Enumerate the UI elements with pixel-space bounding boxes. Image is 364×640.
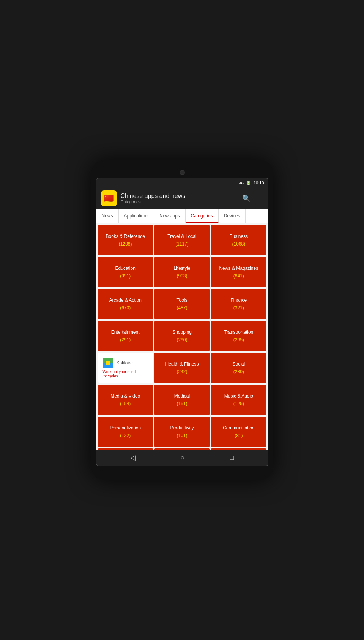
clock: 10:10 <box>254 181 264 185</box>
category-count: (265) <box>233 337 244 342</box>
category-item[interactable]: Personalization (122) <box>98 417 153 447</box>
category-count: (670) <box>120 305 131 310</box>
category-item[interactable]: Education (991) <box>98 257 153 287</box>
category-name: Business <box>229 234 248 240</box>
app-title: Chinese apps and news <box>121 193 238 200</box>
solitaire-app-icon <box>103 358 113 368</box>
solitaire-title: Solitaire <box>117 360 133 366</box>
category-item[interactable]: Tools (487) <box>154 289 210 319</box>
device: 3G 🔋 10:10 🇨🇳 Chinese apps and news Cate… <box>91 160 273 480</box>
category-count: (154) <box>120 401 131 406</box>
header-icons: 🔍 ⋮ <box>242 194 263 203</box>
signal-indicator: 3G <box>239 181 244 185</box>
category-count: (991) <box>120 273 131 279</box>
category-name: Arcade & Action <box>109 298 141 304</box>
category-name: Lifestyle <box>173 266 190 272</box>
category-name: Tools <box>176 298 187 304</box>
category-name: Shopping <box>172 330 192 336</box>
category-count: (151) <box>176 401 187 406</box>
navigation-bar: ◁ ○ □ <box>96 450 268 466</box>
category-count: (1117) <box>175 241 189 247</box>
category-item[interactable]: Transportation (265) <box>211 321 266 351</box>
content-area: Books & Reference (1208) Travel & Local … <box>96 223 268 450</box>
category-item[interactable]: Communication (81) <box>211 417 266 447</box>
category-name: News & Magazines <box>219 266 258 272</box>
home-button[interactable]: ○ <box>181 454 185 462</box>
category-item[interactable]: Media & Video (154) <box>98 385 153 415</box>
back-button[interactable]: ◁ <box>130 453 136 462</box>
category-name: Health & Fitness <box>165 361 199 368</box>
category-name: Entertainment <box>111 330 140 336</box>
category-count: (841) <box>233 273 244 279</box>
category-count: (903) <box>176 273 187 279</box>
solitaire-cell[interactable]: Solitaire Work out your mind everyday <box>98 353 153 383</box>
category-name: Finance <box>230 298 247 304</box>
category-count: (1208) <box>119 241 132 247</box>
category-count: (1068) <box>232 241 245 247</box>
category-count: (122) <box>120 433 131 438</box>
category-count: (101) <box>176 433 187 438</box>
category-item[interactable]: Travel & Local (1117) <box>154 225 210 255</box>
category-item[interactable]: Social (230) <box>211 353 266 383</box>
category-item[interactable]: Business (1068) <box>211 225 266 255</box>
category-item[interactable]: Entertainment (291) <box>98 321 153 351</box>
search-icon[interactable]: 🔍 <box>242 194 251 203</box>
solitaire-desc: Work out your mind everyday <box>103 370 148 378</box>
category-item[interactable]: Music & Audio (125) <box>211 385 266 415</box>
recent-button[interactable]: □ <box>230 454 234 462</box>
camera-icon <box>180 170 185 175</box>
category-item[interactable]: Medical (151) <box>154 385 210 415</box>
category-item[interactable]: Lifestyle (903) <box>154 257 210 287</box>
category-item[interactable]: Books & Reference (1208) <box>98 225 153 255</box>
category-item[interactable]: Finance (321) <box>211 289 266 319</box>
category-name: Media & Video <box>110 393 140 399</box>
category-item[interactable]: Health & Fitness (242) <box>154 353 210 383</box>
category-name: Productivity <box>170 425 194 431</box>
category-count: (321) <box>233 305 244 310</box>
category-item[interactable]: Productivity (101) <box>154 417 210 447</box>
category-count: (242) <box>176 369 187 374</box>
tab-devices[interactable]: Devices <box>219 209 246 223</box>
tab-categories[interactable]: Categories <box>186 209 219 223</box>
category-count: (125) <box>233 401 244 406</box>
category-count: (230) <box>233 369 244 374</box>
category-name: Personalization <box>110 425 141 431</box>
tab-new-apps[interactable]: New apps <box>154 209 185 223</box>
category-item[interactable]: Arcade & Action (670) <box>98 289 153 319</box>
tab-news[interactable]: News <box>96 209 119 223</box>
screen: 3G 🔋 10:10 🇨🇳 Chinese apps and news Cate… <box>96 178 268 466</box>
category-name: Medical <box>174 393 190 399</box>
category-count: (291) <box>120 337 131 342</box>
category-count: (290) <box>176 337 187 342</box>
app-header: 🇨🇳 Chinese apps and news Categories 🔍 ⋮ <box>96 187 268 209</box>
category-name: Transportation <box>224 330 253 336</box>
more-icon[interactable]: ⋮ <box>257 194 263 203</box>
device-top <box>96 167 268 178</box>
device-bottom <box>96 466 268 473</box>
category-name: Music & Audio <box>224 393 253 399</box>
categories-grid: Books & Reference (1208) Travel & Local … <box>96 223 268 450</box>
category-name: Social <box>232 361 245 368</box>
tab-bar: News Applications New apps Categories De… <box>96 209 268 223</box>
category-count: (487) <box>176 305 187 310</box>
app-logo: 🇨🇳 <box>101 190 117 206</box>
tab-applications[interactable]: Applications <box>119 209 154 223</box>
category-name: Education <box>115 266 135 272</box>
app-title-block: Chinese apps and news Categories <box>121 193 238 204</box>
solitaire-header: Solitaire <box>103 358 133 368</box>
category-count: (81) <box>235 433 243 438</box>
category-item[interactable]: Shopping (290) <box>154 321 210 351</box>
app-subtitle: Categories <box>121 200 238 204</box>
category-item[interactable]: News & Magazines (841) <box>211 257 266 287</box>
status-bar: 3G 🔋 10:10 <box>96 178 268 187</box>
category-name: Travel & Local <box>167 234 196 240</box>
battery-icon: 🔋 <box>246 181 251 185</box>
svg-rect-2 <box>106 361 110 365</box>
category-name: Books & Reference <box>106 234 145 240</box>
category-name: Communication <box>223 425 254 431</box>
